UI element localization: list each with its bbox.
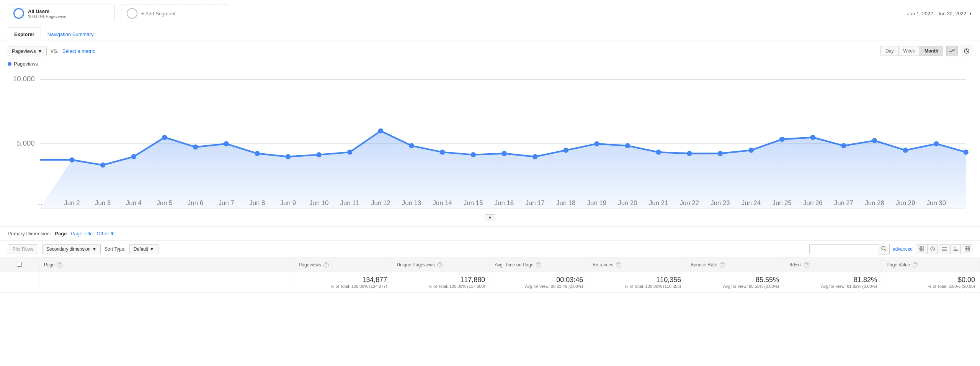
svg-point-30 — [718, 151, 723, 156]
svg-rect-72 — [921, 246, 923, 248]
svg-line-70 — [885, 249, 886, 251]
sort-arrow-icon: ↓ — [330, 263, 332, 267]
svg-point-19 — [378, 128, 383, 133]
svg-text:Jun 10: Jun 10 — [309, 199, 328, 207]
tab-explorer[interactable]: Explorer — [8, 27, 41, 41]
page-column-header[interactable]: Page ? — [39, 258, 294, 272]
advanced-link[interactable]: advanced — [893, 246, 913, 252]
entrances-help-icon[interactable]: ? — [616, 262, 621, 268]
plot-rows-button[interactable]: Plot Rows — [8, 244, 38, 254]
segment-bar: All Users 100.00% Pageviews + Add Segmen… — [0, 0, 980, 27]
totals-pageviews-sub: % of Total: 100.00% (134,877) — [299, 284, 387, 289]
svg-point-18 — [347, 149, 352, 154]
metric-left: Pageviews ▼ VS. Select a metric — [8, 46, 95, 56]
data-table: Page ? Pageviews ? ↓ Unique Pageviews ? … — [0, 258, 980, 293]
svg-text:Jun 21: Jun 21 — [649, 199, 668, 207]
dim-page-title-link[interactable]: Page Title — [71, 231, 93, 236]
page-value-help-icon[interactable]: ? — [913, 262, 918, 268]
svg-text:Jun 24: Jun 24 — [742, 199, 761, 207]
search-input[interactable] — [809, 244, 878, 254]
totals-unique-pageviews-value: 117,880 — [397, 276, 485, 284]
unique-pageviews-help-icon[interactable]: ? — [437, 262, 443, 268]
svg-text:Jun 5: Jun 5 — [157, 199, 172, 207]
select-metric-link[interactable]: Select a metric — [62, 48, 95, 54]
svg-point-25 — [564, 148, 568, 153]
svg-text:Jun 11: Jun 11 — [340, 199, 359, 207]
bounce-rate-column-header[interactable]: Bounce Rate ? — [686, 258, 784, 272]
svg-text:Jun 23: Jun 23 — [710, 199, 730, 207]
totals-unique-pageviews-sub: % of Total: 100.00% (117,880) — [397, 284, 485, 289]
date-range-chevron-icon: ▼ — [969, 11, 972, 16]
sort-view-button[interactable] — [950, 244, 961, 254]
bounce-rate-help-icon[interactable]: ? — [720, 262, 725, 268]
svg-rect-71 — [919, 246, 921, 248]
totals-page-value-value: $0.00 — [887, 276, 975, 284]
date-range-text: Jun 1, 2022 - Jun 30, 2022 — [907, 11, 966, 16]
legend-label: Pageviews — [14, 61, 38, 67]
tab-navigation-summary[interactable]: Navigation Summary — [41, 27, 100, 41]
totals-bounce-rate-sub: Avg for View: 85.55% (0.00%) — [691, 284, 779, 289]
search-button[interactable] — [878, 244, 890, 254]
day-button[interactable]: Day — [881, 46, 898, 56]
table-right-controls: advanced — [809, 244, 972, 254]
unique-pageviews-column-header[interactable]: Unique Pageviews ? — [392, 258, 490, 272]
svg-text:Jun 12: Jun 12 — [371, 199, 390, 207]
entrances-column-header[interactable]: Entrances ? — [588, 258, 686, 272]
segment-name: All Users — [28, 8, 66, 14]
totals-bounce-rate-value: 85.55% — [691, 276, 779, 284]
svg-point-15 — [255, 151, 260, 156]
dim-other-dropdown[interactable]: Other ▼ — [96, 231, 114, 236]
chart-scroll-indicator[interactable]: ▼ — [8, 213, 972, 223]
week-button[interactable]: Week — [899, 46, 920, 56]
table-view-button[interactable] — [962, 244, 972, 254]
grid-view-button[interactable] — [916, 244, 926, 254]
svg-point-69 — [882, 246, 885, 250]
totals-pageviews-cell: 134,877 % of Total: 100.00% (134,877) — [294, 272, 392, 292]
all-users-segment[interactable]: All Users 100.00% Pageviews — [8, 5, 115, 22]
totals-checkbox-cell — [0, 272, 39, 292]
svg-point-36 — [903, 148, 908, 153]
svg-point-38 — [963, 149, 968, 154]
svg-point-37 — [934, 141, 939, 146]
totals-avg-time-value: 00:03:46 — [495, 276, 583, 284]
svg-text:10,000: 10,000 — [13, 75, 35, 83]
pie-chart-button[interactable] — [961, 46, 972, 56]
secondary-dimension-dropdown[interactable]: Secondary dimension ▼ — [42, 244, 101, 254]
svg-text:5,000: 5,000 — [17, 139, 34, 147]
svg-text:Jun 19: Jun 19 — [587, 199, 606, 207]
dim-page-link[interactable]: Page — [55, 231, 67, 236]
period-btn-group: Day Week Month — [880, 46, 943, 56]
view-type-buttons — [916, 244, 972, 254]
date-range[interactable]: Jun 1, 2022 - Jun 30, 2022 ▼ — [907, 11, 972, 16]
chart-legend: Pageviews — [8, 61, 972, 70]
svg-text:Jun 6: Jun 6 — [188, 199, 203, 207]
svg-point-17 — [316, 152, 321, 157]
totals-bounce-rate-cell: 85.55% Avg for View: 85.55% (0.00%) — [686, 272, 784, 292]
sort-type-dropdown[interactable]: Default ▼ — [129, 244, 158, 254]
svg-text:Jun 30: Jun 30 — [927, 199, 946, 207]
pct-exit-help-icon[interactable]: ? — [804, 262, 809, 268]
sort-type-label: Sort Type: — [105, 246, 125, 252]
pie-view-button[interactable] — [927, 244, 938, 254]
month-button[interactable]: Month — [920, 46, 943, 56]
list-view-button[interactable] — [939, 244, 949, 254]
svg-text:Jun 22: Jun 22 — [680, 199, 699, 207]
page-value-column-header[interactable]: Page Value ? — [882, 258, 980, 272]
add-segment-button[interactable]: + Add Segment — [121, 5, 228, 22]
avg-time-help-icon[interactable]: ? — [536, 262, 541, 268]
select-all-checkbox[interactable] — [17, 262, 22, 267]
avg-time-column-header[interactable]: Avg. Time on Page ? — [490, 258, 588, 272]
svg-text:Jun 29: Jun 29 — [896, 199, 915, 207]
svg-text:Jun 27: Jun 27 — [834, 199, 853, 207]
table-controls: Plot Rows Secondary dimension ▼ Sort Typ… — [0, 240, 980, 258]
pageviews-column-header[interactable]: Pageviews ? ↓ — [294, 258, 392, 272]
svg-text:Jun 8: Jun 8 — [249, 199, 265, 207]
svg-rect-73 — [919, 249, 921, 251]
svg-point-20 — [409, 143, 414, 148]
line-chart-button[interactable] — [946, 46, 958, 56]
metric-dropdown[interactable]: Pageviews ▼ — [8, 46, 47, 56]
page-help-icon[interactable]: ? — [57, 262, 62, 268]
pct-exit-column-header[interactable]: % Exit ? — [784, 258, 882, 272]
dimension-bar: Primary Dimension: Page Page Title Other… — [0, 226, 980, 240]
pageviews-help-icon[interactable]: ? — [323, 262, 329, 268]
